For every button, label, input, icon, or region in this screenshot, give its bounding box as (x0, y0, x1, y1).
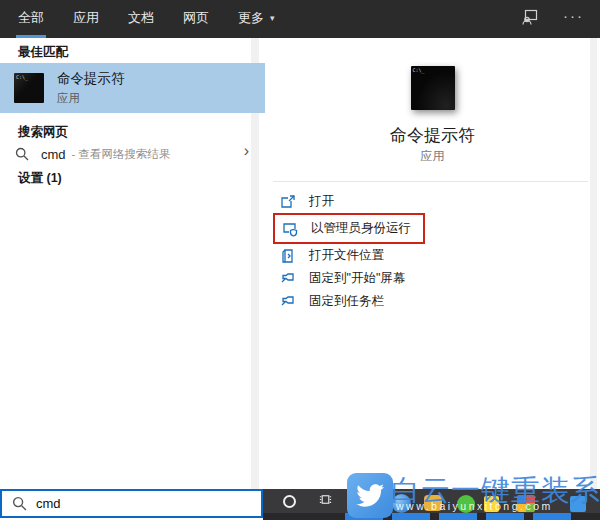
web-query-text: cmd (41, 147, 66, 162)
window-thumb[interactable] (533, 513, 571, 520)
best-match-subtitle: 应用 (57, 91, 125, 106)
search-filter-tabbar: 全部 应用 文档 网页 更多 ▾ ··· (0, 0, 600, 38)
more-options-icon[interactable]: ··· (563, 7, 584, 28)
detail-subtitle: 应用 (265, 148, 600, 165)
action-open-label: 打开 (309, 193, 334, 210)
tab-all-label: 全部 (18, 9, 44, 27)
pin-icon (280, 294, 296, 310)
filter-tabs: 全部 应用 文档 网页 更多 ▾ (16, 0, 277, 38)
web-search-result-cmd[interactable]: cmd - 查看网络搜索结果 › (0, 141, 265, 167)
action-pin-to-taskbar[interactable]: 固定到任务栏 (265, 290, 600, 313)
windows-search-panel: 全部 应用 文档 网页 更多 ▾ ··· 最佳匹配 (0, 0, 600, 520)
action-open-file-location-label: 打开文件位置 (309, 247, 384, 264)
best-match-title: 命令提示符 (57, 70, 125, 88)
action-pin-to-start[interactable]: 固定到"开始"屏幕 (265, 267, 600, 290)
chevron-down-icon: ▾ (270, 13, 275, 23)
action-list: 打开 以管理员身份运行 (265, 190, 600, 313)
tabbar-right-controls: ··· (521, 0, 584, 38)
action-run-as-admin-label: 以管理员身份运行 (311, 220, 411, 237)
run-as-admin-icon (282, 221, 298, 237)
open-file-location-icon (280, 248, 296, 264)
bottom-window-strip (263, 513, 600, 520)
bird-logo (347, 473, 393, 518)
tab-web-label: 网页 (183, 9, 209, 27)
chevron-right-icon[interactable]: › (244, 142, 249, 160)
open-icon (280, 194, 296, 210)
tab-more-label: 更多 (238, 9, 264, 27)
tab-more[interactable]: 更多 ▾ (236, 0, 277, 38)
action-run-as-admin[interactable]: 以管理员身份运行 (275, 217, 411, 240)
search-icon (15, 147, 29, 161)
web-search-header: 搜索网页 (18, 124, 68, 141)
cmd-terminal-icon-large (411, 66, 455, 110)
search-results-panel: 最佳匹配 命令提示符 应用 搜索网页 cmd - 查看网络搜索结果 › 设置 (… (0, 38, 265, 489)
feedback-icon[interactable] (521, 8, 539, 26)
search-icon (12, 496, 27, 511)
cortana-icon (283, 495, 296, 508)
result-detail-panel: 命令提示符 应用 打开 (265, 38, 600, 489)
tab-apps[interactable]: 应用 (71, 0, 101, 38)
cmd-terminal-icon (14, 73, 44, 103)
best-match-header: 最佳匹配 (18, 44, 68, 61)
cortana-button[interactable] (275, 492, 303, 510)
settings-header: 设置 (1) (18, 170, 62, 187)
best-match-result-cmd[interactable]: 命令提示符 应用 (0, 63, 265, 113)
window-thumb[interactable] (392, 513, 430, 520)
web-hint-text: - 查看网络搜索结果 (72, 147, 171, 162)
taskbar-search-box[interactable] (0, 489, 263, 518)
best-match-text: 命令提示符 应用 (57, 70, 125, 106)
tab-apps-label: 应用 (73, 9, 99, 27)
task-view-icon (318, 492, 333, 511)
action-open[interactable]: 打开 (265, 190, 600, 213)
action-pin-to-taskbar-label: 固定到任务栏 (309, 293, 384, 310)
window-thumb[interactable] (486, 513, 524, 520)
detail-divider (273, 181, 588, 182)
highlight-annotation-box: 以管理员身份运行 (273, 213, 425, 244)
detail-title: 命令提示符 (265, 124, 600, 147)
tab-web[interactable]: 网页 (181, 0, 211, 38)
tab-documents[interactable]: 文档 (126, 0, 156, 38)
task-view-button[interactable] (311, 492, 339, 510)
action-open-file-location[interactable]: 打开文件位置 (265, 244, 600, 267)
search-input[interactable] (36, 496, 216, 511)
watermark-url: www.baiyunxitong.com (396, 500, 553, 512)
pin-icon (280, 271, 296, 287)
window-thumb[interactable] (439, 513, 477, 520)
tab-documents-label: 文档 (128, 9, 154, 27)
action-pin-to-start-label: 固定到"开始"屏幕 (309, 270, 405, 287)
tab-all[interactable]: 全部 (16, 0, 46, 38)
